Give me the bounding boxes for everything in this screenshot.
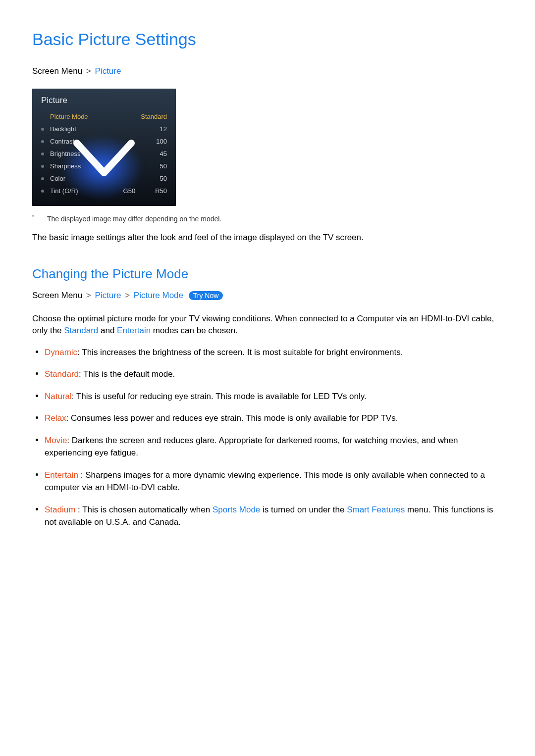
tv-menu-header-label: Picture Mode [50,113,141,120]
list-item: Entertain : Sharpens images for a more d… [45,469,503,494]
mode-name: Dynamic [45,348,77,357]
tv-menu-header-row[interactable]: Picture Mode Standard [41,110,167,123]
breadcrumb: Screen Menu > Picture [32,66,503,76]
tv-menu-row[interactable]: Backlight 12 [41,123,167,135]
mode-name: Relax [45,413,66,423]
bullet-icon [41,140,44,143]
bullet-icon [41,152,44,155]
mode-name: Movie [45,436,67,445]
link-sports-mode[interactable]: Sports Mode [213,505,260,514]
breadcrumb-item-picture-mode[interactable]: Picture Mode [134,291,183,300]
page-title: Basic Picture Settings [32,30,503,49]
list-item: Dynamic: This increases the brightness o… [45,346,503,359]
link-smart-features[interactable]: Smart Features [347,505,405,514]
chevron-right-icon: > [125,291,130,300]
mode-name: Standard [45,369,79,379]
bullet-icon [41,165,44,168]
section-title-picture-mode: Changing the Picture Mode [32,266,503,282]
bullet-icon [41,177,44,180]
bullet-icon [41,190,44,193]
mode-name: Natural [45,392,72,401]
try-now-button[interactable]: Try Now [189,291,223,300]
chevron-right-icon: > [86,66,91,76]
tv-menu-row[interactable]: Contrast 100 [41,135,167,148]
footnote: "The displayed image may differ dependin… [32,215,503,223]
breadcrumb-item-picture[interactable]: Picture [95,291,121,300]
footnote-mark: " [32,215,47,220]
mode-name: Stadium [45,505,75,514]
bullet-icon [41,128,44,131]
tv-menu-row[interactable]: Color 50 [41,172,167,185]
breadcrumb-prefix: Screen Menu [32,291,82,300]
tv-menu-row[interactable]: Sharpness 50 [41,160,167,172]
mode-name: Entertain [45,470,78,480]
tv-picture-menu: Picture Picture Mode Standard Backlight … [32,89,176,206]
picture-mode-paragraph: Choose the optimal picture mode for your… [32,313,503,337]
list-item: Relax: Consumes less power and reduces e… [45,412,503,425]
tv-menu-title: Picture [41,96,167,105]
tv-menu-row[interactable]: Tint (G/R) G50 R50 [41,185,167,197]
intro-paragraph: The basic image settings alter the look … [32,232,503,244]
list-item: Standard: This is the default mode. [45,368,503,381]
breadcrumb: Screen Menu > Picture > Picture Mode Try… [32,291,503,301]
breadcrumb-prefix: Screen Menu [32,66,82,76]
link-standard[interactable]: Standard [64,326,98,335]
chevron-right-icon: > [86,291,91,300]
list-item: Movie: Darkens the screen and reduces gl… [45,434,503,459]
tv-menu-row[interactable]: Brightness 45 [41,148,167,160]
list-item: Natural: This is useful for reducing eye… [45,390,503,403]
breadcrumb-item-picture[interactable]: Picture [95,66,121,76]
tv-menu-header-value: Standard [141,113,167,120]
list-item: Stadium : This is chosen automatically w… [45,504,503,529]
link-entertain[interactable]: Entertain [117,326,151,335]
picture-mode-list: Dynamic: This increases the brightness o… [32,346,503,529]
